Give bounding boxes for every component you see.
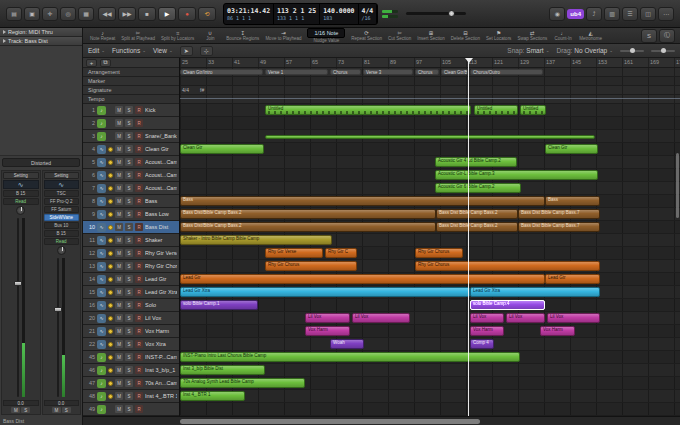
region[interactable]: Lil Vox bbox=[305, 313, 350, 323]
swap-sections-button[interactable]: ⇄Swap Sections bbox=[515, 28, 549, 43]
region[interactable]: Comp 4 bbox=[470, 339, 494, 349]
vertical-zoom-slider[interactable] bbox=[651, 50, 675, 52]
count-in-button[interactable]: ♩Count-In bbox=[551, 28, 575, 43]
arrangement-marker[interactable]: Clean Gtr/Br bbox=[441, 69, 468, 75]
solo-button[interactable]: S bbox=[125, 171, 133, 179]
duplicate-track-button[interactable]: ⧉ bbox=[100, 59, 111, 67]
record-enable-button[interactable]: R bbox=[135, 119, 143, 127]
region[interactable]: Vox Harm bbox=[470, 326, 504, 336]
fader-cap[interactable] bbox=[14, 281, 22, 286]
input-monitor-button[interactable] bbox=[108, 290, 113, 295]
global-track-signature[interactable]: Signature bbox=[83, 86, 179, 95]
solo-mode-button[interactable]: S bbox=[641, 29, 657, 43]
channel-slot[interactable]: Setting bbox=[3, 172, 39, 179]
input-monitor-button[interactable] bbox=[108, 186, 113, 191]
automation-mode-slot[interactable]: Read bbox=[3, 198, 39, 205]
region[interactable] bbox=[265, 135, 595, 139]
note-repeat-button[interactable]: ♪Note Repeat bbox=[88, 28, 117, 43]
region[interactable]: Clean Gtr bbox=[180, 144, 264, 154]
track-header-5[interactable]: 5∿MSRAcoust...Camp bbox=[83, 156, 179, 169]
record-enable-button[interactable]: R bbox=[135, 314, 143, 322]
play-button[interactable]: ▶ bbox=[158, 7, 176, 21]
record-enable-button[interactable]: R bbox=[135, 197, 143, 205]
record-button[interactable]: ● bbox=[178, 7, 196, 21]
solo-button[interactable]: S bbox=[125, 301, 133, 309]
region[interactable]: solo Bible Camp.4 bbox=[470, 300, 545, 310]
mute-button[interactable]: M bbox=[115, 145, 123, 153]
mute-button[interactable]: M bbox=[115, 262, 123, 270]
region[interactable]: Acoustic Gtr-L Bible Camp.3 bbox=[435, 170, 598, 180]
region[interactable]: Bass Dist Bible Camp Bass.7 bbox=[518, 209, 600, 219]
solo-button[interactable]: S bbox=[125, 262, 133, 270]
region[interactable]: Acoustic Gtr 6 Bible Camp.2 bbox=[435, 183, 521, 193]
arrangement-marker[interactable]: Verse 3 bbox=[363, 69, 413, 75]
split-by-locators-button[interactable]: ⌗Split by Locators bbox=[159, 28, 196, 43]
region[interactable]: Untitled bbox=[520, 105, 546, 115]
solo-button[interactable]: S bbox=[125, 197, 133, 205]
region[interactable]: Lil Vox bbox=[506, 313, 545, 323]
input-monitor-button[interactable] bbox=[108, 381, 113, 386]
record-enable-button[interactable]: R bbox=[135, 249, 143, 257]
global-track-tempo[interactable]: Tempo bbox=[83, 95, 179, 104]
region[interactable]: Bass Dist/Bible Camp Bass.2 bbox=[180, 209, 436, 219]
region[interactable]: Lead Gtr bbox=[545, 274, 600, 284]
arrangement-marker[interactable]: Chorus bbox=[330, 69, 361, 75]
mute-button[interactable]: M bbox=[115, 184, 123, 192]
record-enable-button[interactable]: R bbox=[135, 353, 143, 361]
solo-button[interactable]: S bbox=[125, 340, 133, 348]
record-enable-button[interactable]: R bbox=[135, 288, 143, 296]
input-monitor-button[interactable] bbox=[108, 173, 113, 178]
region[interactable]: Bass Dist Bible Camp Bass.2 bbox=[436, 209, 518, 219]
track-header-4[interactable]: 4∿MSRClean Gtr bbox=[83, 143, 179, 156]
record-enable-button[interactable]: R bbox=[135, 145, 143, 153]
menu-view[interactable]: View⌄ bbox=[153, 47, 173, 54]
add-track-button[interactable]: + bbox=[86, 59, 97, 67]
record-enable-button[interactable]: R bbox=[135, 171, 143, 179]
region[interactable]: Acoustic Gtr 4 Ld Bible Camp.2 bbox=[435, 157, 517, 167]
input-monitor-button[interactable] bbox=[108, 225, 113, 230]
region[interactable]: Rhy Gtr Chorus bbox=[415, 261, 600, 271]
solo-button[interactable]: S bbox=[125, 158, 133, 166]
set-locators-button[interactable]: ⚑Set Locators bbox=[484, 28, 513, 43]
region[interactable]: Rhy Gtr Chorus bbox=[415, 248, 463, 258]
region[interactable]: Vox Harm bbox=[305, 326, 350, 336]
mute-button[interactable]: M bbox=[115, 301, 123, 309]
track-header-46[interactable]: 46♪MSRInst 3_b/p_1 bbox=[83, 364, 179, 377]
share-button[interactable]: ⤴ bbox=[586, 7, 602, 21]
arrangement-marker[interactable]: Verse 1 bbox=[265, 69, 328, 75]
forward-button[interactable]: ▶▶ bbox=[118, 7, 136, 21]
input-monitor-button[interactable] bbox=[108, 342, 113, 347]
solo-button[interactable]: S bbox=[125, 379, 133, 387]
region[interactable]: Clean Gtr bbox=[545, 144, 598, 154]
solo-button[interactable]: S bbox=[125, 353, 133, 361]
user-badge[interactable]: ub4 bbox=[567, 9, 584, 19]
input-monitor-button[interactable] bbox=[108, 160, 113, 165]
track-header-13[interactable]: 13∿MSRRhy Gtr Chorus bbox=[83, 260, 179, 273]
mute-button[interactable]: M bbox=[115, 275, 123, 283]
record-enable-button[interactable]: R bbox=[135, 210, 143, 218]
mute-button[interactable]: M bbox=[115, 405, 123, 413]
track-header-45[interactable]: 45♪MSRINST-P...Camp bbox=[83, 351, 179, 364]
mute-button[interactable]: M bbox=[115, 171, 123, 179]
display-mode-button[interactable]: ▥ bbox=[604, 7, 620, 21]
vertical-scrollbar[interactable] bbox=[676, 153, 679, 218]
track-header-8[interactable]: 8∿MSRBass bbox=[83, 195, 179, 208]
solo-button[interactable]: S bbox=[125, 327, 133, 335]
stop-button[interactable]: ■ bbox=[138, 7, 156, 21]
region[interactable]: Lead Gtr bbox=[180, 274, 545, 284]
track-header-48[interactable]: 48♪MSRInst 4_.BTR 1 bbox=[83, 390, 179, 403]
join-button[interactable]: ∪Join bbox=[198, 28, 222, 43]
track-header-14[interactable]: 14∿MSRLead Gtr bbox=[83, 273, 179, 286]
track-header-49[interactable]: 49♪MSR bbox=[83, 403, 179, 416]
track-header-7[interactable]: 7∿MSRAcoust...Camp bbox=[83, 182, 179, 195]
tuner-button[interactable]: ◉ bbox=[549, 7, 565, 21]
track-header-9[interactable]: 9∿MSRBass Low bbox=[83, 208, 179, 221]
track-header-10[interactable]: 10∿MSRBass Dist bbox=[83, 221, 179, 234]
track-header-22[interactable]: 22∿MSRVox Xtra bbox=[83, 338, 179, 351]
mute-button[interactable]: M bbox=[52, 407, 61, 413]
mute-button[interactable]: M bbox=[115, 106, 123, 114]
record-enable-button[interactable]: R bbox=[135, 158, 143, 166]
input-monitor-button[interactable] bbox=[108, 329, 113, 334]
lcd-display[interactable]: 03:21:14.42 86 1 1 1 113 2 1 25 133 1 1 … bbox=[223, 3, 378, 25]
horizontal-zoom-slider[interactable] bbox=[620, 50, 644, 52]
